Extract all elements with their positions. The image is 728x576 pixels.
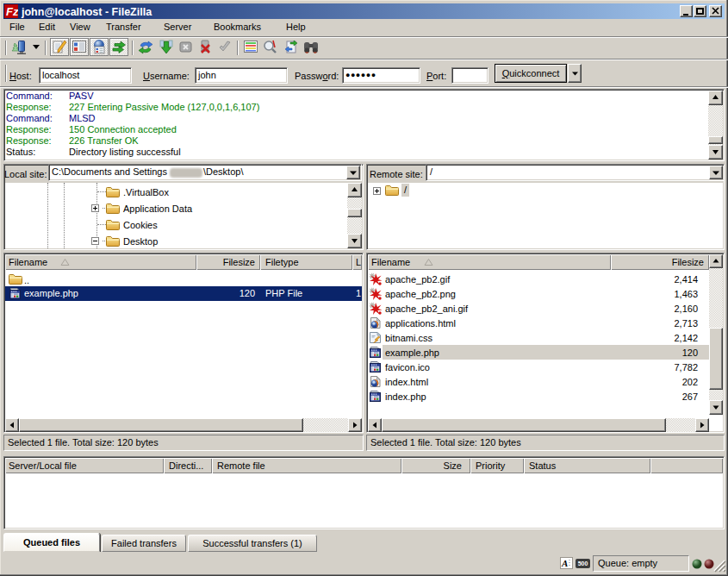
svg-text:Fz: Fz	[6, 5, 18, 18]
svg-text:A: A	[561, 558, 568, 568]
